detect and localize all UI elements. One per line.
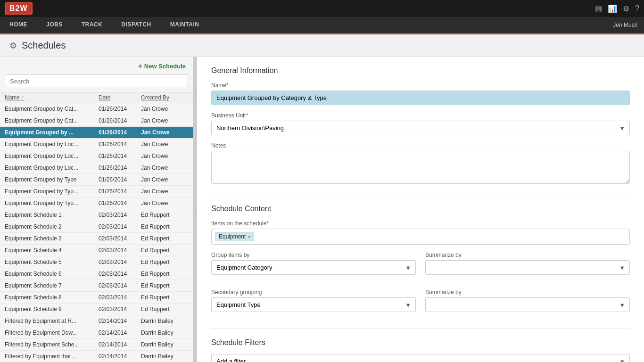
schedule-name: Equipment Schedule 4 [5,247,99,254]
secondary-grouping-select[interactable]: Equipment Type [211,297,416,312]
schedule-creator: Jan Crowe [141,153,188,159]
divider-2 [211,329,630,329]
summarize-by-select[interactable] [425,260,630,275]
add-filter-select[interactable]: Add a filter [211,354,630,362]
schedule-date: 01/26/2014 [99,129,141,136]
app-logo: B2W [5,2,33,15]
schedule-name: Equipment Grouped by ... [5,129,99,136]
schedule-creator: Ed Ruppert [141,235,188,242]
schedule-date: 01/26/2014 [99,200,141,206]
panel-splitter[interactable]: ⋮ [193,57,197,362]
schedule-creator: Jan Crowe [141,188,188,195]
schedule-row[interactable]: Equipment Schedule 1 02/03/2014 Ed Ruppe… [0,209,193,221]
schedule-name: Equipment Grouped by Typ... [5,188,99,195]
col-date[interactable]: Date [99,94,141,101]
schedule-date: 02/03/2014 [99,294,141,301]
name-input[interactable] [211,90,630,105]
schedule-date: 01/26/2014 [99,153,141,159]
nav-user: Jen Musil [613,22,644,28]
schedule-date: 02/03/2014 [99,282,141,289]
schedule-row[interactable]: Equipment Schedule 7 02/03/2014 Ed Ruppe… [0,280,193,292]
secondary-grouping-wrapper: Equipment Type ▼ [211,297,416,312]
filters-group: Add a filter ▼ [211,354,630,362]
schedule-name: Equipment Schedule 1 [5,212,99,218]
nav-track[interactable]: TRACK [72,17,112,33]
schedule-row[interactable]: Equipment Grouped by Typ... 01/26/2014 J… [0,197,193,209]
items-group: Items on the schedule* Equipment × [211,220,630,245]
group-by-select[interactable]: Equipment Category [211,260,416,275]
schedule-filters-title: Schedule Filters [211,338,630,347]
schedule-row[interactable]: Equipment Grouped by Cat... 01/26/2014 J… [0,115,193,127]
schedule-row[interactable]: Equipment Grouped by Type 01/26/2014 Jan… [0,174,193,186]
help-icon[interactable]: ? [635,4,639,13]
nav-home[interactable]: HOME [0,17,37,33]
schedule-row[interactable]: Equipment Grouped by Loc... 01/26/2014 J… [0,139,193,150]
business-unit-wrapper: Northern Division\Paving ▼ [211,121,630,135]
nav-links: HOME JOBS TRACK DISPATCH MAINTAIN [0,17,209,33]
schedule-row[interactable]: Filtered by Equipment Dow... 02/14/2014 … [0,327,193,339]
notes-group: Notes [211,142,630,185]
schedule-name: Filtered by Equipment Sche... [5,341,99,348]
items-tags-input[interactable]: Equipment × [211,229,630,245]
schedule-row[interactable]: Filtered by Equipment that ... 02/14/201… [0,351,193,362]
col-name[interactable]: Name [5,94,99,101]
schedule-date: 02/14/2014 [99,329,141,336]
notes-textarea[interactable] [211,151,630,184]
nav-dispatch[interactable]: DISPATCH [112,17,161,33]
schedule-row[interactable]: Equipment Schedule 4 02/03/2014 Ed Ruppe… [0,245,193,256]
schedule-name: Equipment Grouped by Loc... [5,141,99,148]
schedule-date: 01/26/2014 [99,165,141,171]
secondary-summarize-select[interactable] [425,297,630,312]
nav-maintain[interactable]: MAINTAIN [161,17,209,33]
search-input[interactable] [5,74,188,88]
schedule-row[interactable]: Equipment Grouped by Loc... 01/26/2014 J… [0,150,193,162]
schedule-date: 02/03/2014 [99,247,141,254]
schedule-date: 01/26/2014 [99,106,141,112]
name-group: Name* [211,82,630,105]
schedule-name: Equipment Schedule 8 [5,294,99,301]
business-unit-select[interactable]: Northern Division\Paving [211,121,630,135]
schedule-row[interactable]: Equipment Schedule 3 02/03/2014 Ed Ruppe… [0,233,193,245]
col-created-by[interactable]: Created By [141,94,188,101]
schedule-row[interactable]: Equipment Schedule 8 02/03/2014 Ed Ruppe… [0,292,193,304]
name-label: Name* [211,82,630,89]
schedule-creator: Jan Crowe [141,141,188,148]
schedule-row[interactable]: Equipment Schedule 5 02/03/2014 Ed Ruppe… [0,256,193,268]
grid-icon[interactable]: ▦ [595,4,602,13]
schedule-creator: Ed Ruppert [141,247,188,254]
schedule-name: Equipment Grouped by Type [5,176,99,183]
nav-jobs[interactable]: JOBS [37,17,72,33]
schedule-name: Equipment Schedule 7 [5,282,99,289]
schedule-row[interactable]: Filtered by Equipment at R... 02/14/2014… [0,315,193,327]
schedule-name: Equipment Grouped by Loc... [5,165,99,171]
secondary-grouping-group: Secondary grouping Equipment Type ▼ [211,289,416,312]
schedule-date: 01/26/2014 [99,176,141,183]
schedule-date: 01/26/2014 [99,188,141,195]
secondary-summarize-wrapper: ▼ [425,297,630,312]
page-title: Schedules [22,40,66,51]
new-schedule-button[interactable]: New Schedule [138,62,186,70]
schedule-date: 02/14/2014 [99,341,141,348]
schedule-row[interactable]: Equipment Grouped by Cat... 01/26/2014 J… [0,103,193,115]
top-icons: ▦ 📊 ⚙ ? [595,4,639,13]
schedule-row[interactable]: Equipment Grouped by Typ... 01/26/2014 J… [0,186,193,197]
schedule-row[interactable]: Equipment Grouped by Loc... 01/26/2014 J… [0,162,193,174]
schedule-creator: Jan Crowe [141,165,188,171]
schedule-row[interactable]: Filtered by Equipment Sche... 02/14/2014… [0,339,193,351]
schedule-date: 02/14/2014 [99,318,141,324]
schedule-creator: Darrin Bailey [141,318,188,324]
schedule-row[interactable]: Equipment Schedule 9 02/03/2014 Ed Ruppe… [0,304,193,315]
schedule-date: 01/26/2014 [99,117,141,124]
nav-bar: HOME JOBS TRACK DISPATCH MAINTAIN Jen Mu… [0,17,644,33]
schedule-row[interactable]: Equipment Schedule 2 02/03/2014 Ed Ruppe… [0,221,193,233]
schedule-row[interactable]: Equipment Schedule 6 02/03/2014 Ed Ruppe… [0,268,193,280]
schedule-row[interactable]: Equipment Grouped by ... 01/26/2014 Jan … [0,127,193,139]
group-by-label: Group items by [211,252,416,258]
schedule-date: 02/03/2014 [99,235,141,242]
equipment-tag-remove[interactable]: × [248,234,250,239]
schedule-name: Equipment Grouped by Loc... [5,153,99,159]
settings-icon[interactable]: ⚙ [623,4,629,13]
chart-icon[interactable]: 📊 [608,4,617,13]
schedule-creator: Jan Crowe [141,129,188,136]
secondary-grouping-label: Secondary grouping [211,289,416,296]
